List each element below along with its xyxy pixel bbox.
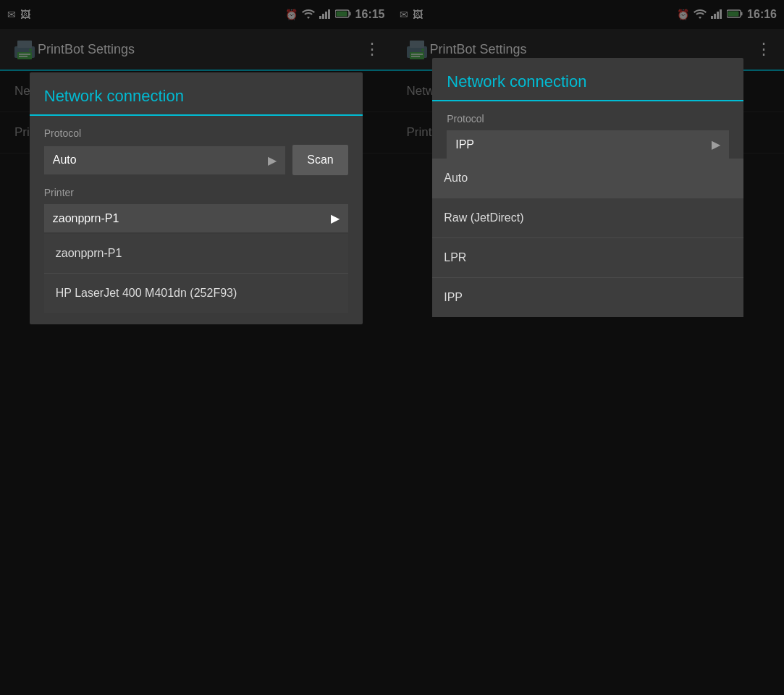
left-printer-option-2[interactable]: HP LaserJet 400 M401dn (252F93): [44, 274, 348, 313]
left-protocol-value: Auto: [53, 153, 77, 167]
right-dialog: Network connection Protocol IPP ▶ Auto R…: [432, 58, 743, 317]
left-printer-dropdown-list: zaonpprn-P1 HP LaserJet 400 M401dn (252F…: [44, 234, 348, 313]
left-protocol-label: Protocol: [44, 127, 348, 139]
right-protocol-label: Protocol: [447, 113, 729, 125]
right-dialog-overlay: Network connection Protocol IPP ▶ Auto R…: [392, 0, 785, 695]
left-printer-selected[interactable]: zaonpprn-P1 ▶: [44, 204, 348, 232]
right-protocol-arrow-icon: ▶: [712, 138, 720, 151]
left-phone-panel: ✉ 🖼 ⏰: [0, 0, 392, 695]
left-dialog-title: Network connection: [30, 72, 363, 116]
left-printer-option-1[interactable]: zaonpprn-P1: [44, 234, 348, 274]
right-protocol-value: IPP: [455, 138, 474, 151]
right-protocol-option-lpr[interactable]: LPR: [432, 238, 743, 278]
right-protocol-option-ipp[interactable]: IPP: [432, 278, 743, 317]
right-dialog-title: Network connection: [432, 58, 743, 101]
left-dialog: Network connection Protocol Auto ▶ Scan …: [30, 72, 363, 324]
left-dialog-content: Protocol Auto ▶ Scan Printer zaonpprn-P1…: [30, 116, 363, 324]
left-printer-selected-value: zaonpprn-P1: [53, 212, 119, 225]
right-protocol-option-auto[interactable]: Auto: [432, 159, 743, 198]
left-protocol-dropdown[interactable]: Auto ▶: [44, 146, 286, 174]
left-printer-section-label: Printer: [44, 187, 348, 198]
right-dialog-content: Protocol IPP ▶: [432, 101, 743, 159]
left-protocol-arrow-icon: ▶: [268, 153, 277, 167]
right-protocol-dropdown[interactable]: IPP ▶: [447, 130, 729, 159]
left-dialog-overlay: Network connection Protocol Auto ▶ Scan …: [0, 0, 392, 695]
left-printer-wrapper: zaonpprn-P1 ▶ zaonpprn-P1 HP LaserJet 40…: [44, 204, 348, 313]
right-protocol-option-raw[interactable]: Raw (JetDirect): [432, 198, 743, 238]
right-protocol-dropdown-list: Auto Raw (JetDirect) LPR IPP: [432, 159, 743, 317]
left-protocol-row: Auto ▶ Scan: [44, 145, 348, 175]
left-scan-button[interactable]: Scan: [292, 145, 347, 175]
left-printer-arrow-icon: ▶: [331, 211, 340, 225]
right-phone-panel: ✉ 🖼 ⏰: [392, 0, 785, 695]
